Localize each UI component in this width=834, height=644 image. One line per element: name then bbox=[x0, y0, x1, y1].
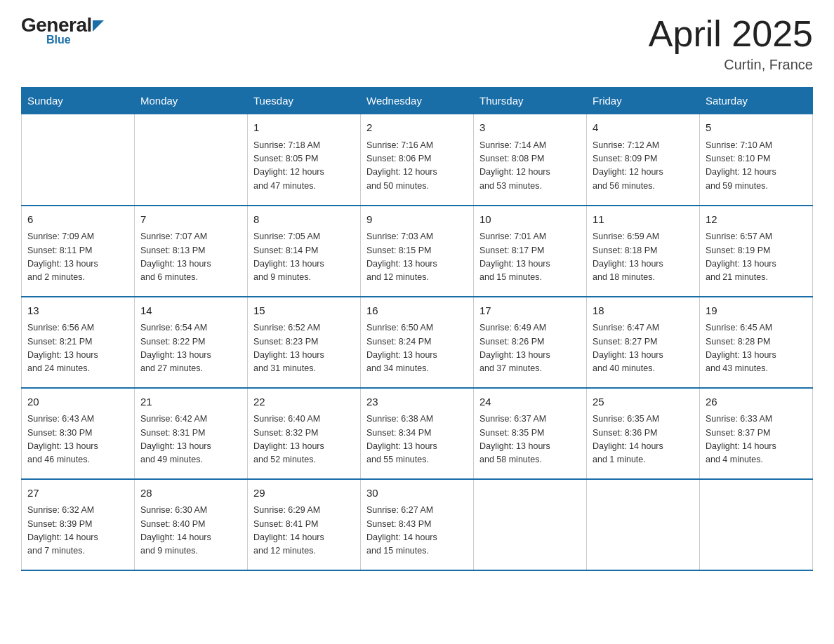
calendar-table: Sunday Monday Tuesday Wednesday Thursday… bbox=[21, 87, 813, 571]
day-info: Sunrise: 6:42 AM Sunset: 8:31 PM Dayligh… bbox=[140, 412, 241, 467]
day-number: 3 bbox=[479, 120, 581, 136]
day-info: Sunrise: 6:40 AM Sunset: 8:32 PM Dayligh… bbox=[253, 412, 355, 467]
day-number: 22 bbox=[253, 394, 355, 410]
day-number: 5 bbox=[706, 120, 807, 136]
table-row bbox=[474, 479, 587, 570]
day-number: 7 bbox=[140, 212, 241, 228]
logo-blue-text: Blue bbox=[46, 34, 71, 46]
table-row: 5Sunrise: 7:10 AM Sunset: 8:10 PM Daylig… bbox=[700, 114, 813, 206]
table-row: 30Sunrise: 6:27 AM Sunset: 8:43 PM Dayli… bbox=[361, 479, 474, 570]
table-row: 20Sunrise: 6:43 AM Sunset: 8:30 PM Dayli… bbox=[22, 388, 135, 479]
location-title: Curtin, France bbox=[649, 57, 813, 73]
day-info: Sunrise: 6:59 AM Sunset: 8:18 PM Dayligh… bbox=[593, 230, 694, 285]
table-row: 1Sunrise: 7:18 AM Sunset: 8:05 PM Daylig… bbox=[248, 114, 361, 206]
day-number: 30 bbox=[366, 485, 468, 502]
col-wednesday: Wednesday bbox=[361, 88, 474, 114]
day-info: Sunrise: 6:47 AM Sunset: 8:27 PM Dayligh… bbox=[593, 321, 694, 376]
day-info: Sunrise: 7:12 AM Sunset: 8:09 PM Dayligh… bbox=[593, 139, 694, 194]
day-number: 8 bbox=[253, 212, 355, 228]
table-row: 22Sunrise: 6:40 AM Sunset: 8:32 PM Dayli… bbox=[248, 388, 361, 479]
day-info: Sunrise: 6:43 AM Sunset: 8:30 PM Dayligh… bbox=[27, 412, 128, 467]
day-info: Sunrise: 7:01 AM Sunset: 8:17 PM Dayligh… bbox=[479, 230, 581, 285]
day-number: 14 bbox=[140, 303, 241, 319]
day-info: Sunrise: 6:30 AM Sunset: 8:40 PM Dayligh… bbox=[140, 504, 241, 558]
table-row: 2Sunrise: 7:16 AM Sunset: 8:06 PM Daylig… bbox=[361, 114, 474, 206]
day-number: 20 bbox=[27, 394, 128, 410]
day-number: 27 bbox=[27, 485, 128, 502]
table-row: 11Sunrise: 6:59 AM Sunset: 8:18 PM Dayli… bbox=[587, 206, 700, 297]
day-number: 2 bbox=[366, 120, 468, 136]
day-info: Sunrise: 6:45 AM Sunset: 8:28 PM Dayligh… bbox=[706, 321, 807, 376]
logo-triangle-icon bbox=[93, 20, 104, 32]
day-info: Sunrise: 6:27 AM Sunset: 8:43 PM Dayligh… bbox=[366, 504, 468, 558]
calendar-week-row: 1Sunrise: 7:18 AM Sunset: 8:05 PM Daylig… bbox=[22, 114, 813, 206]
table-row: 17Sunrise: 6:49 AM Sunset: 8:26 PM Dayli… bbox=[474, 297, 587, 388]
table-row: 27Sunrise: 6:32 AM Sunset: 8:39 PM Dayli… bbox=[22, 479, 135, 570]
table-row: 4Sunrise: 7:12 AM Sunset: 8:09 PM Daylig… bbox=[587, 114, 700, 206]
day-info: Sunrise: 6:38 AM Sunset: 8:34 PM Dayligh… bbox=[366, 412, 468, 467]
table-row: 28Sunrise: 6:30 AM Sunset: 8:40 PM Dayli… bbox=[135, 479, 248, 570]
col-monday: Monday bbox=[135, 88, 248, 114]
table-row bbox=[135, 114, 248, 206]
day-number: 29 bbox=[253, 485, 355, 502]
day-info: Sunrise: 6:32 AM Sunset: 8:39 PM Dayligh… bbox=[27, 504, 128, 558]
day-number: 28 bbox=[140, 485, 241, 502]
col-saturday: Saturday bbox=[700, 88, 813, 114]
day-info: Sunrise: 7:18 AM Sunset: 8:05 PM Dayligh… bbox=[253, 139, 355, 194]
day-number: 6 bbox=[27, 212, 128, 228]
day-info: Sunrise: 6:49 AM Sunset: 8:26 PM Dayligh… bbox=[479, 321, 581, 376]
day-number: 23 bbox=[366, 394, 468, 410]
day-number: 24 bbox=[479, 394, 581, 410]
table-row: 16Sunrise: 6:50 AM Sunset: 8:24 PM Dayli… bbox=[361, 297, 474, 388]
table-row: 9Sunrise: 7:03 AM Sunset: 8:15 PM Daylig… bbox=[361, 206, 474, 297]
day-info: Sunrise: 7:03 AM Sunset: 8:15 PM Dayligh… bbox=[366, 230, 468, 285]
page-header: General Blue April 2025 Curtin, France bbox=[21, 14, 813, 73]
day-number: 10 bbox=[479, 212, 581, 228]
day-number: 17 bbox=[479, 303, 581, 319]
month-title: April 2025 bbox=[649, 14, 813, 54]
day-info: Sunrise: 6:56 AM Sunset: 8:21 PM Dayligh… bbox=[27, 321, 128, 376]
table-row: 25Sunrise: 6:35 AM Sunset: 8:36 PM Dayli… bbox=[587, 388, 700, 479]
table-row: 23Sunrise: 6:38 AM Sunset: 8:34 PM Dayli… bbox=[361, 388, 474, 479]
table-row: 13Sunrise: 6:56 AM Sunset: 8:21 PM Dayli… bbox=[22, 297, 135, 388]
calendar-week-row: 27Sunrise: 6:32 AM Sunset: 8:39 PM Dayli… bbox=[22, 479, 813, 570]
day-number: 12 bbox=[706, 212, 807, 228]
table-row bbox=[22, 114, 135, 206]
table-row: 15Sunrise: 6:52 AM Sunset: 8:23 PM Dayli… bbox=[248, 297, 361, 388]
day-number: 4 bbox=[593, 120, 694, 136]
col-thursday: Thursday bbox=[474, 88, 587, 114]
day-info: Sunrise: 6:50 AM Sunset: 8:24 PM Dayligh… bbox=[366, 321, 468, 376]
table-row: 3Sunrise: 7:14 AM Sunset: 8:08 PM Daylig… bbox=[474, 114, 587, 206]
day-number: 13 bbox=[27, 303, 128, 319]
col-tuesday: Tuesday bbox=[248, 88, 361, 114]
day-number: 25 bbox=[593, 394, 694, 410]
calendar-week-row: 13Sunrise: 6:56 AM Sunset: 8:21 PM Dayli… bbox=[22, 297, 813, 388]
logo: General Blue bbox=[21, 14, 104, 46]
table-row: 12Sunrise: 6:57 AM Sunset: 8:19 PM Dayli… bbox=[700, 206, 813, 297]
day-info: Sunrise: 6:29 AM Sunset: 8:41 PM Dayligh… bbox=[253, 504, 355, 558]
day-info: Sunrise: 6:33 AM Sunset: 8:37 PM Dayligh… bbox=[706, 412, 807, 467]
calendar-week-row: 20Sunrise: 6:43 AM Sunset: 8:30 PM Dayli… bbox=[22, 388, 813, 479]
table-row: 14Sunrise: 6:54 AM Sunset: 8:22 PM Dayli… bbox=[135, 297, 248, 388]
day-number: 21 bbox=[140, 394, 241, 410]
table-row bbox=[587, 479, 700, 570]
day-number: 1 bbox=[253, 120, 355, 136]
day-info: Sunrise: 7:05 AM Sunset: 8:14 PM Dayligh… bbox=[253, 230, 355, 285]
table-row: 19Sunrise: 6:45 AM Sunset: 8:28 PM Dayli… bbox=[700, 297, 813, 388]
day-number: 19 bbox=[706, 303, 807, 319]
table-row: 29Sunrise: 6:29 AM Sunset: 8:41 PM Dayli… bbox=[248, 479, 361, 570]
day-info: Sunrise: 7:10 AM Sunset: 8:10 PM Dayligh… bbox=[706, 139, 807, 194]
day-number: 18 bbox=[593, 303, 694, 319]
day-number: 26 bbox=[706, 394, 807, 410]
day-info: Sunrise: 6:54 AM Sunset: 8:22 PM Dayligh… bbox=[140, 321, 241, 376]
day-info: Sunrise: 7:09 AM Sunset: 8:11 PM Dayligh… bbox=[27, 230, 128, 285]
calendar-week-row: 6Sunrise: 7:09 AM Sunset: 8:11 PM Daylig… bbox=[22, 206, 813, 297]
day-number: 16 bbox=[366, 303, 468, 319]
title-block: April 2025 Curtin, France bbox=[649, 14, 813, 73]
table-row: 10Sunrise: 7:01 AM Sunset: 8:17 PM Dayli… bbox=[474, 206, 587, 297]
day-info: Sunrise: 6:57 AM Sunset: 8:19 PM Dayligh… bbox=[706, 230, 807, 285]
calendar-header-row: Sunday Monday Tuesday Wednesday Thursday… bbox=[22, 88, 813, 114]
table-row: 8Sunrise: 7:05 AM Sunset: 8:14 PM Daylig… bbox=[248, 206, 361, 297]
col-friday: Friday bbox=[587, 88, 700, 114]
day-info: Sunrise: 6:35 AM Sunset: 8:36 PM Dayligh… bbox=[593, 412, 694, 467]
